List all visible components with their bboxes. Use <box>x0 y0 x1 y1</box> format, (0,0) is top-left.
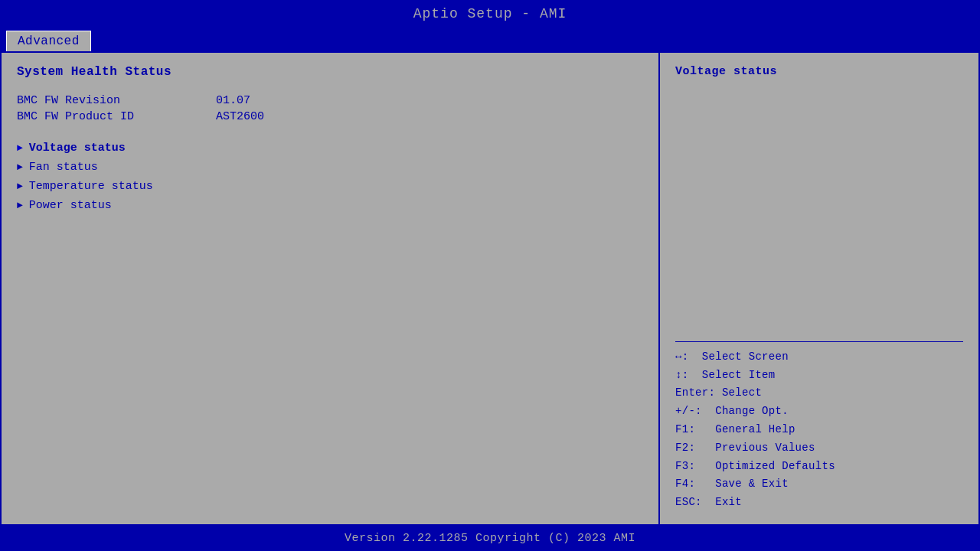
bmc-fw-revision-label: BMC FW Revision <box>17 94 216 107</box>
menu-items: ► Voltage status ► Fan status ► Temperat… <box>17 142 643 212</box>
key-row-esc: ESC: Exit <box>675 494 963 512</box>
help-text-area: Voltage status <box>675 65 963 335</box>
menu-item-temperature-label: Temperature status <box>29 180 153 193</box>
menu-item-fan-label: Fan status <box>29 161 98 174</box>
right-panel: Voltage status ↔: Select Screen ↕: Selec… <box>660 53 978 524</box>
menu-item-voltage-label: Voltage status <box>29 142 126 155</box>
key-row-select-screen: ↔: Select Screen <box>675 348 963 367</box>
key-row-enter: Enter: Select <box>675 384 963 403</box>
menu-item-power[interactable]: ► Power status <box>17 199 643 212</box>
key-row-select-item: ↕: Select Item <box>675 367 963 385</box>
title-bar: Aptio Setup - AMI <box>0 0 980 28</box>
key-row-f1: F1: General Help <box>675 421 963 439</box>
key-change-opt: +/-: Change Opt. <box>675 403 789 421</box>
key-f1: F1: General Help <box>675 421 795 439</box>
app: Aptio Setup - AMI Advanced System Health… <box>0 0 980 551</box>
key-esc: ESC: Exit <box>675 494 742 512</box>
main-content: System Health Status BMC FW Revision 01.… <box>0 51 980 526</box>
arrow-icon-voltage: ► <box>17 142 23 154</box>
footer-text: Version 2.22.1285 Copyright (C) 2023 AMI <box>345 532 635 545</box>
key-select-item: ↕: Select Item <box>675 367 776 385</box>
bmc-fw-revision-value: 01.07 <box>216 94 250 107</box>
divider <box>675 341 963 342</box>
menu-item-fan[interactable]: ► Fan status <box>17 161 643 174</box>
menu-item-temperature[interactable]: ► Temperature status <box>17 180 643 193</box>
app-title: Aptio Setup - AMI <box>413 6 567 21</box>
bmc-fw-product-value: AST2600 <box>216 110 264 123</box>
arrow-icon-fan: ► <box>17 161 23 173</box>
key-row-f3: F3: Optimized Defaults <box>675 458 963 476</box>
tab-bar: Advanced <box>0 28 980 51</box>
key-select-screen: ↔: Select Screen <box>675 348 789 367</box>
key-row-change-opt: +/-: Change Opt. <box>675 403 963 421</box>
arrow-icon-temperature: ► <box>17 181 23 192</box>
arrow-icon-power: ► <box>17 200 23 211</box>
key-enter: Enter: Select <box>675 384 762 403</box>
key-help: ↔: Select Screen ↕: Select Item Enter: S… <box>675 348 963 512</box>
help-title: Voltage status <box>675 65 777 78</box>
bmc-fw-product-row: BMC FW Product ID AST2600 <box>17 110 643 123</box>
footer: Version 2.22.1285 Copyright (C) 2023 AMI <box>0 526 980 551</box>
tab-advanced[interactable]: Advanced <box>6 31 91 51</box>
left-panel: System Health Status BMC FW Revision 01.… <box>2 53 660 524</box>
key-f3: F3: Optimized Defaults <box>675 458 835 476</box>
section-title: System Health Status <box>17 65 643 79</box>
key-row-f4: F4: Save & Exit <box>675 475 963 494</box>
key-f2: F2: Previous Values <box>675 439 815 458</box>
key-row-f2: F2: Previous Values <box>675 439 963 458</box>
key-f4: F4: Save & Exit <box>675 475 789 494</box>
bmc-fw-revision-row: BMC FW Revision 01.07 <box>17 94 643 107</box>
bmc-fw-product-label: BMC FW Product ID <box>17 110 216 123</box>
menu-item-power-label: Power status <box>29 199 112 212</box>
menu-item-voltage[interactable]: ► Voltage status <box>17 142 643 155</box>
